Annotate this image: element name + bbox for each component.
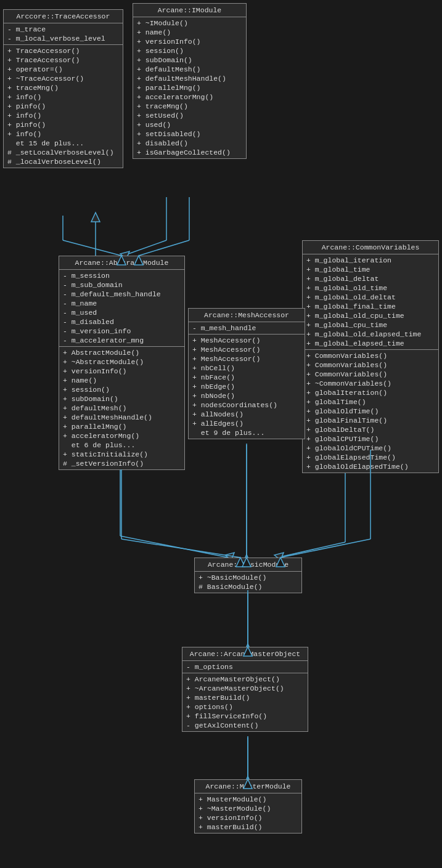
trace-accessor-methods: + TraceAccessor() + TraceAccessor() + op… [4,45,123,168]
am-m-13: # _setVersionInfo() [63,459,181,468]
am-f-3: - m_default_mesh_handle [63,290,181,299]
ma-f-1: - m_mesh_handle [192,323,301,333]
amo-f-1: - m_options [186,662,304,671]
cv-m-13: + globalOldElapsedTime() [306,462,435,471]
cv-m-8: + globalFinalTime() [306,416,435,425]
mesh-accessor-title: Arcane::MeshAccessor [189,309,305,322]
ta-m-13: # _localVerboseLevel() [7,157,119,166]
im-m-1: + ~IModule() [137,18,242,28]
ta-field-1: - m_trace [7,25,119,34]
cv-f-10: + m_global_elapsed_time [306,339,435,348]
cv-fields: + m_global_iteration + m_global_time + m… [303,254,438,350]
abstract-module-title: Arcane::AbstractModule [59,256,184,270]
amo-m-4: + options() [186,702,304,712]
ma-m-11: et 9 de plus... [192,428,301,437]
am-fields: - m_session - m_sub_domain - m_default_m… [59,270,184,347]
svg-line-25 [121,539,240,558]
am-f-8: - m_accelerator_mng [63,336,181,345]
im-m-11: + setUsed() [137,111,242,120]
amo-m-1: + ArcaneMasterObject() [186,675,304,684]
ma-m-6: + nbEdge() [192,382,301,391]
ma-m-10: + allEdges() [192,419,301,428]
mm-m-3: + versionInfo() [198,813,298,822]
trace-accessor-fields: - m_trace - m_local_verbose_level [4,23,123,45]
bm-methods: + ~BasicModule() # BasicModule() [195,572,301,593]
im-m-7: + defaultMeshHandle() [137,74,242,83]
am-f-4: - m_name [63,299,181,308]
cv-f-8: + m_global_cpu_time [306,320,435,330]
amo-m-2: + ~ArcaneMasterObject() [186,684,304,693]
cv-m-2: + CommonVariables() [306,360,435,370]
am-m-4: + name() [63,376,181,385]
amo-fields: - m_options [182,661,308,673]
bm-m-1: + ~BasicModule() [198,573,298,582]
amo-m-3: + masterBuild() [186,693,304,702]
am-m-12: + staticInitialize() [63,450,181,459]
ta-m-5: + traceMng() [7,83,119,92]
ta-m-10: + info() [7,129,119,139]
mm-methods: + MasterModule() + ~MasterModule() + ver… [195,793,301,833]
ma-methods: + MeshAccessor() + MeshAccessor() + Mesh… [189,335,305,439]
mm-m-4: + masterBuild() [198,822,298,832]
im-m-15: + isGarbageCollected() [137,148,242,157]
abstract-module-box: Arcane::AbstractModule - m_session - m_s… [59,256,185,470]
imodule-title: Arcane::IModule [133,4,246,17]
trace-accessor-box: Arccore::TraceAccessor - m_trace - m_loc… [3,9,123,168]
svg-marker-2 [91,213,100,222]
ma-m-3: + MeshAccessor() [192,354,301,363]
ma-m-9: + allNodes() [192,410,301,419]
am-f-1: - m_session [63,271,181,280]
cv-f-9: + m_global_old_elapsed_time [306,330,435,339]
im-m-5: + subDomain() [137,55,242,65]
master-module-box: Arcane::MasterModule + MasterModule() + … [194,779,302,834]
cv-f-1: + m_global_iteration [306,256,435,265]
ta-m-12: # _setLocalVerboseLevel() [7,148,119,157]
ma-m-4: + nbCell() [192,363,301,373]
am-m-7: + defaultMesh() [63,404,181,413]
svg-line-30 [280,539,370,558]
im-m-4: + session() [137,46,242,55]
im-m-3: + versionInfo() [137,37,242,46]
basic-module-title: Arcane::BasicModule [195,558,301,572]
amo-m-6: - getAxlContent() [186,721,304,730]
im-m-8: + parallelMng() [137,83,242,92]
am-m-9: + parallelMng() [63,422,181,431]
im-m-9: + acceleratorMng() [137,92,242,102]
cv-m-11: + globalOldCPUTime() [306,444,435,453]
am-m-11: et 6 de plus... [63,440,181,450]
am-m-10: + acceleratorMng() [63,431,181,440]
ta-m-3: + operator=() [7,65,119,74]
common-variables-title: Arcane::CommonVariables [303,241,438,254]
cv-f-6: + m_global_final_time [306,302,435,311]
cv-m-7: + globalOldTime() [306,407,435,416]
imodule-methods: + ~IModule() + name() + versionInfo() + … [133,17,246,158]
imodule-box: Arcane::IModule + ~IModule() + name() + … [133,3,247,159]
ma-m-2: + MeshAccessor() [192,345,301,354]
am-f-2: - m_sub_domain [63,280,181,290]
cv-m-9: + globalDeltaT() [306,425,435,434]
am-f-6: - m_disabled [63,317,181,327]
ma-m-1: + MeshAccessor() [192,336,301,345]
am-m-6: + subDomain() [63,394,181,404]
cv-f-7: + m_global_old_cpu_time [306,311,435,320]
ta-m-9: + pinfo() [7,120,119,129]
cv-f-5: + m_global_old_deltat [306,293,435,302]
im-m-2: + name() [137,28,242,37]
cv-f-2: + m_global_time [306,265,435,274]
ta-m-8: + info() [7,111,119,120]
am-m-5: + session() [63,385,181,394]
arcane-master-object-box: Arcane::ArcaneMasterObject - m_options +… [182,647,308,732]
svg-line-22 [139,240,189,256]
ta-m-6: + info() [7,92,119,102]
cv-methods: + CommonVariables() + CommonVariables() … [303,350,438,473]
cv-m-3: + CommonVariables() [306,370,435,379]
im-m-13: + setDisabled() [137,129,242,139]
svg-line-12 [277,542,345,558]
ta-m-11: et 15 de plus... [7,139,119,148]
amo-m-5: + fillServiceInfo() [186,712,304,721]
im-m-14: + disabled() [137,139,242,148]
am-methods: + AbstractModule() + ~AbstractModule() +… [59,347,184,469]
ta-m-2: + TraceAccessor() [7,55,119,65]
master-module-title: Arcane::MasterModule [195,780,301,793]
basic-module-box: Arcane::BasicModule + ~BasicModule() # B… [194,558,302,593]
